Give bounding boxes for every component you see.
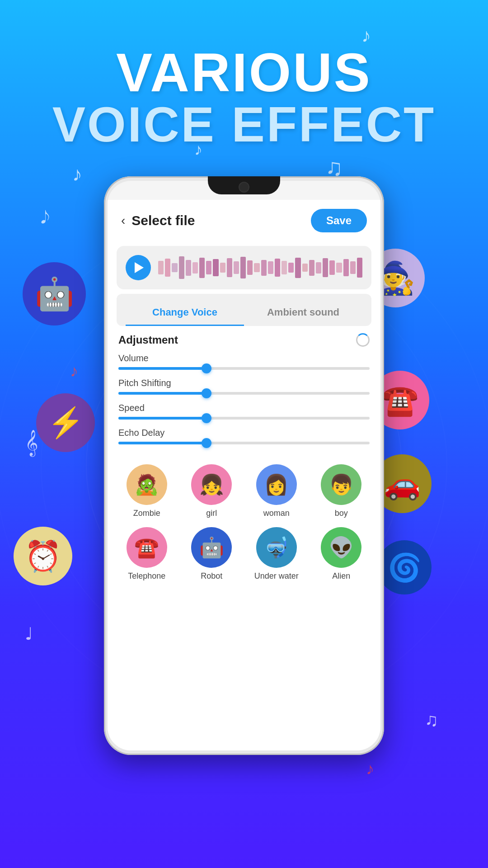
- title-various: VARIOUS: [0, 45, 488, 99]
- effects-grid-row2: ☎️ Telephone 🤖 Robot 🤿 Under water 👽 Ali…: [108, 523, 380, 585]
- music-note-7: ♩: [25, 624, 33, 644]
- screen-content: ‹ Select file Save: [108, 200, 380, 750]
- music-note-8: ♫: [425, 710, 438, 730]
- deco-box: ⚡: [36, 393, 95, 452]
- header-left: ‹ Select file: [121, 213, 195, 228]
- effect-telephone[interactable]: ☎️ Telephone: [117, 527, 177, 581]
- effect-telephone-icon: ☎️: [127, 527, 167, 568]
- phone-mockup: ‹ Select file Save: [104, 176, 384, 755]
- effect-woman-label: woman: [263, 509, 290, 518]
- tab-ambient-sound[interactable]: Ambient sound: [244, 300, 362, 326]
- music-note-treble: 𝄞: [25, 429, 38, 456]
- effect-underwater-icon: 🤿: [256, 527, 297, 568]
- deco-swirl: 🌀: [377, 540, 432, 594]
- effect-woman-icon: 👩: [256, 464, 297, 505]
- waveform-display: [158, 256, 362, 279]
- header-title: Select file: [131, 213, 195, 228]
- effect-alien[interactable]: 👽 Alien: [311, 527, 372, 581]
- tab-change-voice[interactable]: Change Voice: [126, 300, 244, 326]
- effect-robot-label: Robot: [201, 571, 222, 581]
- effect-telephone-label: Telephone: [128, 571, 165, 581]
- effect-girl-icon: 👧: [191, 464, 232, 505]
- volume-slider[interactable]: [118, 367, 370, 370]
- speed-slider[interactable]: [118, 417, 370, 420]
- echo-delay-slider[interactable]: [118, 442, 370, 444]
- play-button[interactable]: [126, 255, 151, 280]
- pitch-label: Pitch Shifting: [118, 378, 370, 388]
- effect-alien-icon: 👽: [321, 527, 361, 568]
- effect-zombie-label: Zombie: [133, 509, 160, 518]
- save-button[interactable]: Save: [311, 209, 367, 232]
- app-header: ‹ Select file Save: [108, 200, 380, 241]
- effect-underwater-label: Under water: [254, 571, 299, 581]
- waveform-player: [117, 246, 371, 289]
- effect-alien-label: Alien: [332, 571, 350, 581]
- echo-delay-label: Echo Delay: [118, 428, 370, 438]
- phone-screen: ‹ Select file Save: [108, 181, 380, 750]
- adjustment-section: Adjustment Volume Pitch Shifting Speed: [108, 326, 380, 460]
- music-note-4: ♪: [72, 163, 82, 185]
- back-button[interactable]: ‹: [121, 213, 125, 228]
- pitch-slider[interactable]: [118, 392, 370, 395]
- title-section: VARIOUS VOICE EFFECT: [0, 45, 488, 149]
- music-note-9: ♪: [366, 760, 374, 778]
- effect-underwater[interactable]: 🤿 Under water: [246, 527, 307, 581]
- effect-boy-icon: 👦: [321, 464, 361, 505]
- effect-boy-label: boy: [335, 509, 348, 518]
- loading-spinner: [356, 333, 370, 347]
- speed-label: Speed: [118, 403, 370, 413]
- effect-woman[interactable]: 👩 woman: [246, 464, 307, 518]
- effect-zombie[interactable]: 🧟 Zombie: [117, 464, 177, 518]
- deco-alarm: ⏰: [14, 527, 72, 585]
- volume-label: Volume: [118, 353, 370, 363]
- effect-girl-label: girl: [206, 509, 217, 518]
- music-note-red: ♪: [70, 362, 78, 381]
- phone-camera: [239, 182, 249, 193]
- effect-robot[interactable]: 🤖 Robot: [182, 527, 242, 581]
- effect-zombie-icon: 🧟: [127, 464, 167, 505]
- effect-boy[interactable]: 👦 boy: [311, 464, 372, 518]
- adjustment-title: Adjustment: [118, 334, 178, 346]
- tab-bar: Change Voice Ambient sound: [117, 294, 371, 326]
- effect-robot-icon: 🤖: [191, 527, 232, 568]
- adjustment-header: Adjustment: [118, 333, 370, 347]
- effect-girl[interactable]: 👧 girl: [182, 464, 242, 518]
- phone-notch: [208, 176, 280, 194]
- effects-grid-row1: 🧟 Zombie 👧 girl 👩 woman 👦 boy: [108, 460, 380, 523]
- deco-robot: 🤖: [23, 262, 86, 326]
- play-icon: [135, 262, 144, 273]
- title-voice-effect: VOICE EFFECT: [0, 99, 488, 149]
